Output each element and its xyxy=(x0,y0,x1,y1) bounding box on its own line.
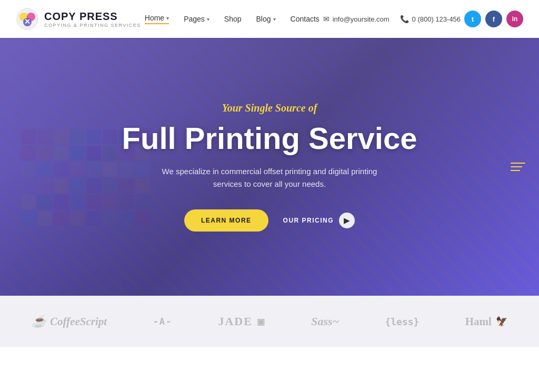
twitter-button[interactable]: t xyxy=(464,11,481,27)
svg-text:✕: ✕ xyxy=(24,17,31,26)
nav-item-shop[interactable]: Shop xyxy=(224,15,242,23)
hero-section: Your Single Source of Full Printing Serv… xyxy=(0,38,539,296)
coffeescript-icon: ☕ xyxy=(32,315,46,328)
header-contact: ✉ info@yoursite.com 📞 0 (800) 123-456 xyxy=(323,15,461,23)
logo: ✕ COPY PRESS COPYING & PRINTING SERVICES xyxy=(16,7,141,31)
logo-icon: ✕ xyxy=(16,7,39,31)
brand-angular: -A- xyxy=(153,316,172,327)
chevron-down-icon: ▾ xyxy=(273,16,276,22)
email-icon: ✉ xyxy=(323,15,330,23)
hero-title: Full Printing Service xyxy=(122,122,417,155)
social-icons: t f in xyxy=(464,11,523,27)
logo-text: COPY PRESS COPYING & PRINTING SERVICES xyxy=(44,11,141,28)
hero-content: Your Single Source of Full Printing Serv… xyxy=(112,102,428,232)
hamburger-menu[interactable] xyxy=(511,163,525,171)
phone-contact: 📞 0 (800) 123-456 xyxy=(400,15,461,23)
logo-subtitle: COPYING & PRINTING SERVICES xyxy=(44,23,141,28)
nav-item-contacts[interactable]: Contacts xyxy=(291,15,320,23)
main-nav: Home ▾ Pages ▾ Shop Blog ▾ Contacts xyxy=(145,14,320,24)
hero-subtitle: Your Single Source of xyxy=(122,102,417,114)
hero-description: We specialize in commercial offset print… xyxy=(159,165,380,190)
brand-less: {less} xyxy=(385,316,419,327)
chevron-down-icon: ▾ xyxy=(166,15,169,21)
brand-haml: Haml 🦅 xyxy=(465,315,507,328)
header: ✕ COPY PRESS COPYING & PRINTING SERVICES… xyxy=(0,0,539,38)
instagram-button[interactable]: in xyxy=(506,11,523,27)
brand-sass: Sass~ xyxy=(311,315,339,328)
phone-icon: 📞 xyxy=(400,15,409,23)
our-pricing-button[interactable]: OUR PRICING ▶ xyxy=(283,213,355,228)
learn-more-button[interactable]: LEARN MORE xyxy=(184,209,268,232)
nav-item-home[interactable]: Home ▾ xyxy=(145,14,169,24)
pricing-arrow-icon: ▶ xyxy=(339,213,355,228)
email-contact: ✉ info@yoursite.com xyxy=(323,15,390,23)
chevron-down-icon: ▾ xyxy=(207,16,209,22)
brand-coffeescript: ☕ CoffeeScript xyxy=(32,315,107,328)
hero-actions: LEARN MORE OUR PRICING ▶ xyxy=(122,209,417,232)
nav-item-blog[interactable]: Blog ▾ xyxy=(256,15,276,23)
nav-item-pages[interactable]: Pages ▾ xyxy=(184,15,209,23)
brands-section: ☕ CoffeeScript -A- JADE ▣ Sass~ {less} H… xyxy=(0,296,539,347)
logo-title: COPY PRESS xyxy=(44,11,141,23)
facebook-button[interactable]: f xyxy=(485,11,502,27)
brand-jade: JADE ▣ xyxy=(218,315,265,328)
